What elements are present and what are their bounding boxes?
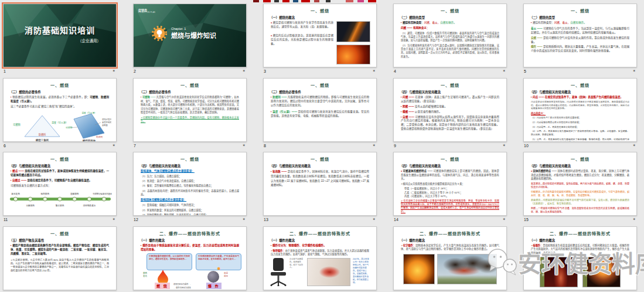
slide-8-thumbnail[interactable]: 一、燃烧 （三）燃烧的必要条件 助燃剂 —— 凡能帮助和支持可燃物燃烧的物质，即… [263, 78, 377, 142]
label-luminous: 发光 [143, 275, 147, 278]
slide-18-thumbnail[interactable]: 二、爆炸——燃烧的特殊形式 （一）爆炸的概念 爆炸可分为：物理爆炸、化学爆炸和核… [263, 226, 377, 290]
burning-vs-explosion-diagram: 它释放能量的速度较慢，以火焰的形式持续进行，通常伴有发光、放热和发烟现象… 它在… [138, 253, 241, 290]
slide-13-thumbnail[interactable]: 一、燃烧 （四）与燃烧相关的常用概念 氧指数 —— 是指在规定条件下，固体材料在… [263, 152, 377, 216]
definition: 以亚音速传播的爆炸。 [415, 110, 442, 113]
injury-photo [307, 258, 350, 286]
slide-title: 一、燃烧 [137, 82, 243, 88]
deck-subtitle: （企业通用） [78, 38, 101, 43]
office-chair-photo [270, 258, 287, 286]
slide-9-number: 9 [394, 144, 396, 148]
transition-star-icon: ✶ [113, 69, 115, 73]
factor-item: （1）受热熔融：熔融后可视同液体、气体的情况； [141, 203, 239, 207]
slide-20-thumbnail[interactable]: 二、爆炸——燃烧的特殊形式 （一）爆炸的概念 ➢核爆炸：是指核物质发生核裂变或核… [523, 226, 637, 290]
slide-4-number: 4 [394, 69, 396, 73]
slide-title: 一、燃烧 [7, 82, 113, 88]
slide-11-thumbnail[interactable]: 一、燃烧 （四）与燃烧相关的常用概念 燃点 —— 是指在规定的试验条件下，液体或… [3, 152, 117, 216]
term-flashpoint: 闪点 —— [533, 96, 544, 99]
def-explosion: 是指物质瞬间内，释放出大量能量，产生高温，并放出大量气体，在周围介质中造成高压的… [531, 45, 629, 52]
slide-title: 一、燃烧 [527, 156, 633, 162]
type-keywords-red: 闪燃、着火、 [554, 21, 571, 24]
slide-subtitle: （一）爆炸的概念 [270, 238, 370, 243]
term-explosion: 爆炸 —— [531, 45, 543, 48]
slide-19-thumbnail[interactable]: 二、爆炸——燃烧的特殊形式 （一）爆炸的概念 ➢化学爆炸：因物质本身起化学反应，… [393, 226, 507, 290]
tetra-label-chain-3: 游离基 [102, 124, 108, 127]
slide-title: 二、爆炸——燃烧的特殊形式 [397, 230, 503, 236]
slide-3-number: 3 [264, 69, 266, 73]
factors-solid-heading: 影响固体可燃物自燃点的主要因素是： [141, 198, 239, 202]
slide-title: 二、爆炸——燃烧的特殊形式 [267, 230, 373, 236]
slide-14-number: 14 [394, 218, 398, 222]
term-flash: 闪燃 —— 有两种含义： [401, 26, 499, 30]
factor-item: （2）氧浓度：混合气中氧浓度越高，自燃点越低； [141, 179, 239, 183]
timeline-label: 分解放热 [26, 203, 35, 206]
term: 自燃 —— [403, 116, 414, 118]
bomb-icon [207, 271, 219, 283]
slide-title: 一、燃烧 [267, 8, 373, 13]
slide-subtitle: （一）爆炸的概念 [530, 238, 631, 243]
gear-bulb-icon [151, 25, 168, 42]
slide-subtitle: （三）燃烧的必要条件 [139, 90, 240, 94]
meaning-item: （2）闪点是储存物品仓库火灾危险性分类的依据； [531, 121, 629, 125]
slide-17-thumbnail[interactable]: 二、爆炸——燃烧的特殊形式 （一）爆炸的概念 爆炸是指由于物质急剧氧化或分解反应… [133, 226, 247, 290]
explosion-def: 爆炸是指由于物质急剧氧化或分解反应，使温度、压力迅速增加或两者同时急剧增加的现象… [141, 244, 239, 252]
term-firepoint: 燃点 —— [12, 169, 24, 172]
transition-star-icon: ✶ [633, 217, 636, 222]
slide-3-thumbnail[interactable]: 一、燃烧 （一）燃烧的概念 燃烧是指可燃物与氧化剂产生化学作用而发生的放热反应，… [263, 4, 377, 67]
slide-5-thumbnail[interactable]: 一、燃烧 （二）燃烧的类型 燃烧有四种类型：闪燃、着火、自燃和爆炸。 着火 ——… [523, 4, 637, 67]
transition-star-icon: ✶ [243, 143, 246, 148]
slide-2-number: 2 [134, 69, 136, 73]
transition-star-icon: ✶ [633, 143, 636, 148]
mushroom-cloud-photo [587, 257, 620, 287]
type-intro: 燃烧有四种类型： [403, 21, 424, 24]
slide-9-thumbnail[interactable]: 一、燃烧 （四）与燃烧相关的常用概念 闪燃 —— 在液体（固体）表面上能产生足够… [393, 78, 507, 142]
slide-subtitle: （二）燃烧的类型 [400, 15, 500, 20]
bullet-text: 燃烧的反应过程极其复杂，游离基的链锁反应是燃烧反应的实质，光和热是燃烧过程中发生… [271, 34, 333, 46]
transition-star-icon: ✶ [113, 143, 115, 148]
template-logo-subtext: PROMOTION PLAN [138, 12, 155, 13]
chapter-title: 燃烧与爆炸知识 [171, 30, 216, 40]
slide-10-thumbnail[interactable]: 一、燃烧 （四）与燃烧相关的常用概念 闪点 —— 在规定的试验条件下，液体（固体… [523, 78, 637, 142]
slide-15-number: 15 [524, 218, 529, 222]
slide-6-thumbnail[interactable]: 一、燃烧 （三）燃烧的必要条件 物质燃烧过程的发生和发展，必须具备以下三个必要条… [3, 78, 117, 142]
def-spontaneous: 是指可燃物在空气中没有外来火源的作用，靠自热或外热而发生燃烧的现象。 [531, 36, 629, 43]
term-heat-source: 温度（引火源）—— [272, 110, 297, 113]
slide-title: 一、燃烧 [527, 8, 633, 13]
slide-16-thumbnail[interactable]: 一、燃烧 （五）燃烧产物及其毒性 燃烧产物是指由燃烧或热解作用产生的全部物质。燃… [3, 226, 117, 290]
slide-4-thumbnail[interactable]: 一、燃烧 （二）燃烧的类型 燃烧有四种类型：闪燃、着火、自燃和爆炸。 闪燃 ——… [393, 4, 507, 67]
transition-star-icon: ✶ [373, 143, 376, 148]
case-text: 2007年，浙江省某公司一名员工坐在转椅上时，椅下气压棒突然发生爆炸，造成下体重… [353, 258, 370, 284]
term: 阴燃 —— [403, 105, 414, 108]
factor-item: （4）容器的材质和内径：器壁的不同材质有不同的催化作用；容器直径越小，自燃点越高… [141, 189, 239, 197]
def-autoignition: 是指在规定的条件下，可燃物质产生自燃的最低温度。 [27, 179, 91, 182]
nuclear-column-photo [544, 257, 577, 287]
slide-1-thumbnail[interactable]: 消防基础知识培训 （企业通用） [3, 4, 117, 67]
slide-15-thumbnail[interactable]: 一、燃烧 （四）与燃烧相关的常用概念 固体的燃烧特点 —— 固体在燃烧时必须经过… [523, 152, 637, 216]
smoke-cloud-explosion-photo [437, 254, 497, 284]
triangle-label-heat: 温度（引火源） [52, 121, 68, 124]
fireball-explosion-photo [403, 254, 435, 284]
slide-12-thumbnail[interactable]: 一、燃烧 （四）与燃烧相关的常用概念 影响液体、气体可燃物自燃点的主要因素是： … [133, 152, 247, 216]
toxicity-note: ➢火灾统计表明，火灾中死亡人数大约 80% 是由于吸入火灾中燃烧产生的有毒烟气而… [11, 259, 109, 273]
slide-7-thumbnail[interactable]: 一、燃烧 （三）燃烧的必要条件 可燃物 —— 凡是能与空气中的氧或其他氧化剂起化… [133, 78, 247, 142]
transition-star-icon: ✶ [373, 69, 376, 73]
factor-item: （1）压力：压力越高，自燃点越低； [141, 175, 239, 178]
slide-title: 二、爆炸——燃烧的特殊形式 [137, 230, 243, 236]
term-liquid-burning: 可燃液体的燃烧特点 —— [403, 169, 433, 172]
class-c: 丙类（可燃液体），闪点大于等于 60℃。 [404, 195, 499, 198]
definition: 可燃物质在没有外部明火焰等火源作用下，因受热或自身发热并蓄热所产生的自行燃烧的现… [401, 116, 499, 131]
type-keywords-green: 自燃和爆炸。 [440, 21, 456, 24]
meaning-item: （5）以甲、乙、丙类液体的分类为基础规定了液体储罐、堆场的布置、防火间距，可燃和… [531, 138, 629, 142]
factors-liquid-heading: 影响液体、气体可燃物自燃点的主要因素是： [141, 169, 239, 174]
slide-2-thumbnail[interactable]: 促销类 PROMOTION PLAN Chapter. 1 燃烧与爆炸知识 [133, 4, 247, 67]
transition-star-icon: ✶ [503, 143, 506, 148]
transition-star-icon: ✶ [633, 69, 636, 73]
factor-item: （3）固体的颗粒度：颗粒越细，比表面积越大，自燃点越低； [141, 213, 239, 216]
term-oxidizer: 助燃剂 —— [272, 96, 287, 99]
slide-10-number: 10 [524, 144, 529, 148]
slide-subtitle: （一）燃烧的概念 [270, 15, 370, 20]
def-flashpoint: 在规定的试验条件下，液体（固体）表面能产生闪燃的最低温度。 [545, 96, 623, 99]
slide-14-thumbnail[interactable]: 一、燃烧 （四）与燃烧相关的常用概念 可燃液体的燃烧特点 —— 可燃液体的燃烧实… [393, 152, 507, 216]
photo-caption-strip: 核爆炸 [540, 257, 544, 287]
tetra-label-oxidizer: 助燃剂 [96, 135, 103, 138]
autoignition-lead: 可燃物质发生自燃的主要方式有： [11, 184, 109, 188]
